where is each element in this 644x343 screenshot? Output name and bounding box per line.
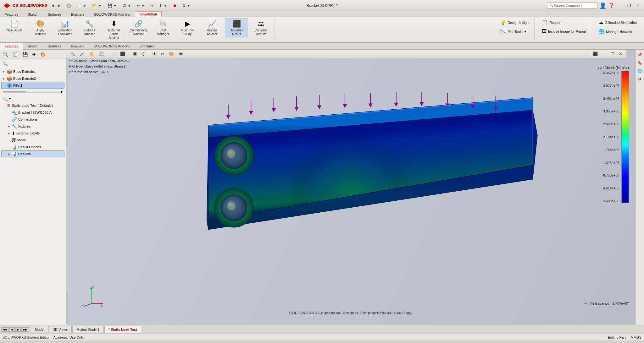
bottom-tab-model[interactable]: Model — [31, 326, 48, 333]
vp-maximize-btn[interactable]: ❐ — [609, 51, 616, 57]
ribbon-tabs: Features Sketch Surfaces Evaluate SOLIDW… — [0, 11, 644, 17]
tab-sketch[interactable]: Sketch — [23, 11, 43, 17]
report-btn[interactable]: 📋 Report — [540, 19, 588, 26]
ftab-sketch[interactable]: Sketch — [23, 43, 43, 50]
plot-tools-btn[interactable]: 📉 Plot Tools ▼ — [498, 28, 532, 35]
connections-advisor-btn[interactable]: 🔗 Connections Advisor — [127, 19, 150, 37]
open-btn[interactable]: 📂 ▼ — [90, 3, 104, 9]
vp-close-btn[interactable]: ✕ — [617, 51, 624, 57]
bottom-tab-static-load[interactable]: * Static Load Test — [104, 326, 141, 333]
mesh-label: Mesh — [17, 138, 63, 142]
ftab-surfaces[interactable]: Surfaces — [43, 43, 66, 50]
search-box[interactable]: 🔍 — [547, 3, 597, 8]
vp-section-btn[interactable]: ✂ — [159, 51, 166, 57]
nav-forward-btn[interactable]: ▶ — [56, 3, 62, 8]
apply-material-btn[interactable]: 🎨 Apply Material — [29, 19, 52, 37]
vp-minimize-btn[interactable]: — — [601, 51, 608, 57]
maximize-btn[interactable]: ❐ — [625, 3, 633, 8]
deformed-result-btn[interactable]: ⬛ Deformed Result — [225, 19, 248, 37]
tree-item-fillet1[interactable]: 🔷 Fillet1 — [1, 82, 64, 89]
tab-evaluate[interactable]: Evaluate — [66, 11, 89, 17]
tree-item-mesh[interactable]: 🕸 Mesh — [1, 137, 64, 144]
ftab-features[interactable]: Features — [0, 43, 23, 50]
tree-item-connections[interactable]: 🔗 Connections — [1, 116, 64, 123]
vp-render-btn[interactable]: 💻 — [177, 51, 185, 57]
rsi-btn1[interactable]: 📌 — [636, 51, 644, 58]
tab-features[interactable]: Features — [0, 11, 23, 17]
redo-btn[interactable]: ↪ — [148, 3, 156, 9]
results-advisor-btn[interactable]: 📈 Results Advisor — [200, 19, 224, 37]
search-input[interactable] — [554, 4, 591, 8]
new-study-btn[interactable]: 📄 New Study — [4, 19, 24, 34]
tab-nav-last[interactable]: ▶▶ — [21, 327, 29, 332]
vp-search-btn[interactable]: 🔍 — [69, 51, 77, 57]
vp-rotate-btn[interactable]: 🔄 — [97, 51, 105, 57]
compare-results-icon: ⚖ — [258, 20, 264, 28]
tree-item-boss-extrude1[interactable]: ▶ 📦 Boss-Extrude1 — [1, 68, 64, 75]
scroll-thumb[interactable] — [3, 91, 26, 92]
new-btn[interactable]: 📄 ▼ — [75, 3, 89, 9]
vp-display-btn[interactable]: 👁 — [151, 51, 158, 57]
compare-results-btn[interactable]: ⚖ Compare Results — [249, 19, 273, 37]
ftab-simulation[interactable]: Simulation — [135, 43, 160, 50]
tree-item-ext-loads[interactable]: ▶ ⬇ External Loads — [1, 130, 64, 137]
design-insight-btn[interactable]: 💡 Design Insight — [498, 19, 532, 26]
ftab-evaluate[interactable]: Evaluate — [66, 43, 89, 50]
undo-btn[interactable]: ↩ ▼ — [135, 3, 147, 9]
offloaded-sim-btn[interactable]: ☁ Offloaded Simulation — [596, 19, 639, 26]
vp-resize1-btn[interactable]: ⬜ — [582, 51, 590, 57]
rsi-btn4[interactable]: ⚙ — [636, 75, 644, 83]
vp-zoom-btn[interactable]: 🔎 — [78, 51, 86, 57]
external-loads-advisor-btn[interactable]: ⬇ External Loads Advisor — [102, 19, 125, 41]
record-btn[interactable]: ⏺ — [171, 3, 179, 9]
tree-item-boss-extrude2[interactable]: ▶ 📦 Boss-Extrude2 — [1, 75, 64, 82]
include-image-btn[interactable]: 🖼 Include Image for Report — [540, 28, 588, 35]
nav-back-btn[interactable]: ◀ — [50, 3, 56, 8]
tree-item-result-options[interactable]: 📊 Result Options — [1, 144, 64, 150]
bottom-tab-3dviews[interactable]: 3D Views — [49, 326, 72, 333]
save-btn[interactable]: 💾 ▼ — [105, 3, 119, 9]
scroll-right-arrow[interactable]: ▶ — [61, 90, 63, 93]
tab-nav-prev[interactable]: ◀ — [9, 327, 15, 332]
tab-simulation[interactable]: Simulation — [135, 11, 162, 17]
panel-btn-2[interactable]: 📋 — [11, 51, 19, 58]
vp-view2-btn[interactable]: ⬛ — [119, 51, 127, 57]
options-btn[interactable]: ⚙ ▼ — [180, 3, 193, 9]
tab-surfaces[interactable]: Surfaces — [43, 11, 66, 17]
rsi-btn2[interactable]: 🔖 — [636, 59, 644, 67]
bottom-tab-motion1[interactable]: Motion Study 1 — [72, 326, 103, 333]
account-btn[interactable]: 👤 — [599, 2, 606, 9]
vp-front-btn[interactable]: 🔳 — [131, 51, 139, 57]
vp-colors-btn[interactable]: 🎨 — [167, 51, 175, 57]
panel-btn-3[interactable]: 💾 — [21, 51, 29, 58]
manage-network-btn[interactable]: 🌐 Manage Network — [596, 28, 639, 35]
panel-btn-5[interactable]: 🎨 — [39, 51, 47, 58]
vp-perspective-btn[interactable]: ⬡ — [140, 51, 147, 57]
vp-pan-btn[interactable]: ✋ — [87, 51, 96, 57]
tree-item-fixtures[interactable]: ▶ 🔧 Fixtures — [1, 123, 64, 130]
fixtures-advisor-btn[interactable]: 🔧 Fixtures Advisor — [78, 19, 101, 37]
panel-btn-1[interactable]: 🔍 — [1, 51, 10, 58]
ftab-addins[interactable]: SOLIDWORKS Add-Ins — [89, 43, 135, 50]
tab-addins[interactable]: SOLIDWORKS Add-Ins — [89, 11, 135, 17]
tree-item-results[interactable]: ▶ 📊 Results — [1, 150, 64, 157]
tree-item-bracket[interactable]: 🔩 Bracket (-[SW]1060 A... — [1, 109, 64, 116]
tree-item-static-load[interactable]: ⚙ Static Load Test (-Default-) — [1, 102, 64, 109]
help-btn[interactable]: ❓ — [608, 3, 614, 8]
home-btn[interactable]: 🏠 — [64, 3, 74, 9]
result-options-icon: 📊 — [12, 144, 17, 150]
study-filter-arrow[interactable]: ▼ — [8, 97, 11, 101]
print-btn[interactable]: 🖨 ▼ — [120, 3, 133, 9]
shell-manager-btn[interactable]: 🐚 Shell Manager — [151, 19, 175, 37]
tab-nav-first[interactable]: ◀◀ — [1, 327, 9, 332]
vp-resize2-btn[interactable]: ⬛ — [591, 51, 599, 57]
minimize-btn[interactable]: — — [616, 3, 624, 8]
simulation-evaluator-btn[interactable]: 📊 Simulation Evaluator — [53, 19, 76, 37]
rsi-btn3[interactable]: 🌐 — [636, 67, 644, 75]
select-btn[interactable]: ⬆ ▼ — [157, 3, 169, 9]
vp-view1-btn[interactable]: ⬜ — [109, 51, 117, 57]
tab-nav-next[interactable]: ▶ — [15, 327, 21, 332]
close-btn[interactable]: ✕ — [634, 3, 641, 8]
run-study-btn[interactable]: ▶ Run This Study — [176, 19, 199, 37]
panel-btn-4[interactable]: ⊕ — [31, 51, 37, 58]
